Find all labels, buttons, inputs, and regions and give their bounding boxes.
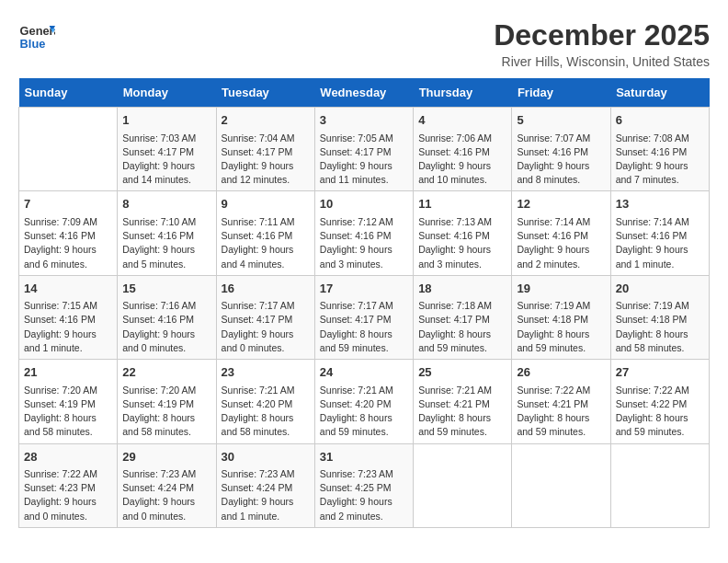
day-number: 19 bbox=[517, 280, 605, 298]
day-info: Sunrise: 7:20 AMSunset: 4:19 PMDaylight:… bbox=[122, 384, 210, 440]
day-number: 8 bbox=[122, 195, 210, 213]
day-number: 20 bbox=[616, 280, 704, 298]
day-number: 24 bbox=[320, 363, 408, 382]
day-info: Sunrise: 7:22 AMSunset: 4:23 PMDaylight:… bbox=[24, 467, 112, 523]
day-info: Sunrise: 7:21 AMSunset: 4:20 PMDaylight:… bbox=[320, 384, 408, 440]
day-info: Sunrise: 7:03 AMSunset: 4:17 PMDaylight:… bbox=[122, 132, 210, 188]
header-saturday: Saturday bbox=[610, 78, 709, 108]
day-number: 27 bbox=[616, 363, 704, 382]
day-info: Sunrise: 7:14 AMSunset: 4:16 PMDaylight:… bbox=[616, 215, 704, 271]
day-number: 16 bbox=[222, 280, 310, 298]
header-wednesday: Wednesday bbox=[314, 78, 413, 108]
day-info: Sunrise: 7:23 AMSunset: 4:25 PMDaylight:… bbox=[320, 467, 408, 523]
week-row-1: 1Sunrise: 7:03 AMSunset: 4:17 PMDaylight… bbox=[19, 108, 710, 191]
month-title: December 2025 bbox=[494, 18, 710, 52]
calendar-cell: 19Sunrise: 7:19 AMSunset: 4:18 PMDayligh… bbox=[512, 275, 610, 359]
logo: General Blue bbox=[18, 18, 59, 55]
calendar-cell: 6Sunrise: 7:08 AMSunset: 4:16 PMDaylight… bbox=[610, 108, 709, 191]
calendar-cell: 21Sunrise: 7:20 AMSunset: 4:19 PMDayligh… bbox=[19, 360, 118, 443]
day-info: Sunrise: 7:17 AMSunset: 4:17 PMDaylight:… bbox=[320, 299, 408, 355]
calendar-cell: 1Sunrise: 7:03 AMSunset: 4:17 PMDaylight… bbox=[118, 108, 216, 191]
day-info: Sunrise: 7:15 AMSunset: 4:16 PMDaylight:… bbox=[24, 299, 112, 355]
day-info: Sunrise: 7:17 AMSunset: 4:17 PMDaylight:… bbox=[222, 299, 310, 355]
day-info: Sunrise: 7:09 AMSunset: 4:16 PMDaylight:… bbox=[24, 215, 112, 271]
page-header: General Blue December 2025 River Hills, … bbox=[18, 18, 710, 69]
calendar-cell: 7Sunrise: 7:09 AMSunset: 4:16 PMDaylight… bbox=[19, 191, 118, 275]
header-tuesday: Tuesday bbox=[216, 78, 314, 108]
header-friday: Friday bbox=[512, 78, 610, 108]
day-info: Sunrise: 7:21 AMSunset: 4:21 PMDaylight:… bbox=[418, 384, 506, 440]
calendar-cell: 31Sunrise: 7:23 AMSunset: 4:25 PMDayligh… bbox=[314, 443, 413, 527]
day-info: Sunrise: 7:21 AMSunset: 4:20 PMDaylight:… bbox=[222, 384, 310, 440]
calendar-cell: 26Sunrise: 7:22 AMSunset: 4:21 PMDayligh… bbox=[512, 360, 610, 443]
day-number: 17 bbox=[320, 280, 408, 298]
day-info: Sunrise: 7:23 AMSunset: 4:24 PMDaylight:… bbox=[122, 467, 210, 523]
day-number: 30 bbox=[222, 448, 310, 466]
day-number: 4 bbox=[418, 111, 506, 130]
calendar-cell: 2Sunrise: 7:04 AMSunset: 4:17 PMDaylight… bbox=[216, 108, 314, 191]
day-info: Sunrise: 7:14 AMSunset: 4:16 PMDaylight:… bbox=[517, 215, 605, 271]
day-number: 10 bbox=[320, 195, 408, 213]
calendar-cell: 10Sunrise: 7:12 AMSunset: 4:16 PMDayligh… bbox=[314, 191, 413, 275]
day-number: 7 bbox=[24, 195, 112, 213]
week-row-4: 21Sunrise: 7:20 AMSunset: 4:19 PMDayligh… bbox=[19, 360, 710, 443]
day-number: 12 bbox=[517, 195, 605, 213]
calendar-table: SundayMondayTuesdayWednesdayThursdayFrid… bbox=[18, 78, 710, 528]
calendar-cell: 9Sunrise: 7:11 AMSunset: 4:16 PMDaylight… bbox=[216, 191, 314, 275]
calendar-cell: 8Sunrise: 7:10 AMSunset: 4:16 PMDaylight… bbox=[118, 191, 216, 275]
calendar-cell: 17Sunrise: 7:17 AMSunset: 4:17 PMDayligh… bbox=[314, 275, 413, 359]
calendar-cell: 16Sunrise: 7:17 AMSunset: 4:17 PMDayligh… bbox=[216, 275, 314, 359]
calendar-cell: 22Sunrise: 7:20 AMSunset: 4:19 PMDayligh… bbox=[118, 360, 216, 443]
week-row-5: 28Sunrise: 7:22 AMSunset: 4:23 PMDayligh… bbox=[19, 443, 710, 527]
day-number: 23 bbox=[222, 363, 310, 382]
day-number: 26 bbox=[517, 363, 605, 382]
day-number: 18 bbox=[418, 280, 506, 298]
day-info: Sunrise: 7:06 AMSunset: 4:16 PMDaylight:… bbox=[418, 132, 506, 188]
day-number: 14 bbox=[24, 280, 112, 298]
day-number: 21 bbox=[24, 363, 112, 382]
day-number: 13 bbox=[616, 195, 704, 213]
calendar-cell: 27Sunrise: 7:22 AMSunset: 4:22 PMDayligh… bbox=[610, 360, 709, 443]
day-info: Sunrise: 7:05 AMSunset: 4:17 PMDaylight:… bbox=[320, 132, 408, 188]
calendar-cell: 4Sunrise: 7:06 AMSunset: 4:16 PMDaylight… bbox=[414, 108, 512, 191]
calendar-cell: 25Sunrise: 7:21 AMSunset: 4:21 PMDayligh… bbox=[414, 360, 512, 443]
title-section: December 2025 River Hills, Wisconsin, Un… bbox=[494, 18, 710, 69]
day-number: 31 bbox=[320, 448, 408, 466]
day-info: Sunrise: 7:11 AMSunset: 4:16 PMDaylight:… bbox=[222, 215, 310, 271]
day-number: 2 bbox=[222, 111, 310, 130]
day-info: Sunrise: 7:22 AMSunset: 4:21 PMDaylight:… bbox=[517, 384, 605, 440]
header-thursday: Thursday bbox=[414, 78, 512, 108]
svg-text:Blue: Blue bbox=[20, 37, 46, 51]
calendar-cell bbox=[414, 443, 512, 527]
day-info: Sunrise: 7:04 AMSunset: 4:17 PMDaylight:… bbox=[222, 132, 310, 188]
calendar-header-row: SundayMondayTuesdayWednesdayThursdayFrid… bbox=[19, 78, 710, 108]
calendar-cell bbox=[19, 108, 118, 191]
header-sunday: Sunday bbox=[19, 78, 118, 108]
calendar-cell: 5Sunrise: 7:07 AMSunset: 4:16 PMDaylight… bbox=[512, 108, 610, 191]
day-number: 29 bbox=[122, 448, 210, 466]
day-info: Sunrise: 7:22 AMSunset: 4:22 PMDaylight:… bbox=[616, 384, 704, 440]
calendar-cell: 20Sunrise: 7:19 AMSunset: 4:18 PMDayligh… bbox=[610, 275, 709, 359]
calendar-cell: 24Sunrise: 7:21 AMSunset: 4:20 PMDayligh… bbox=[314, 360, 413, 443]
calendar-cell: 29Sunrise: 7:23 AMSunset: 4:24 PMDayligh… bbox=[118, 443, 216, 527]
svg-text:General: General bbox=[20, 24, 55, 38]
day-number: 5 bbox=[517, 111, 605, 130]
day-info: Sunrise: 7:10 AMSunset: 4:16 PMDaylight:… bbox=[122, 215, 210, 271]
day-number: 22 bbox=[122, 363, 210, 382]
day-number: 15 bbox=[122, 280, 210, 298]
day-info: Sunrise: 7:07 AMSunset: 4:16 PMDaylight:… bbox=[517, 132, 605, 188]
day-info: Sunrise: 7:16 AMSunset: 4:16 PMDaylight:… bbox=[122, 299, 210, 355]
calendar-cell: 13Sunrise: 7:14 AMSunset: 4:16 PMDayligh… bbox=[610, 191, 709, 275]
day-number: 1 bbox=[122, 111, 210, 130]
day-info: Sunrise: 7:19 AMSunset: 4:18 PMDaylight:… bbox=[616, 299, 704, 355]
day-number: 28 bbox=[24, 448, 112, 466]
day-number: 3 bbox=[320, 111, 408, 130]
calendar-cell: 23Sunrise: 7:21 AMSunset: 4:20 PMDayligh… bbox=[216, 360, 314, 443]
day-info: Sunrise: 7:12 AMSunset: 4:16 PMDaylight:… bbox=[320, 215, 408, 271]
day-number: 25 bbox=[418, 363, 506, 382]
calendar-cell: 12Sunrise: 7:14 AMSunset: 4:16 PMDayligh… bbox=[512, 191, 610, 275]
calendar-cell: 3Sunrise: 7:05 AMSunset: 4:17 PMDaylight… bbox=[314, 108, 413, 191]
calendar-cell: 14Sunrise: 7:15 AMSunset: 4:16 PMDayligh… bbox=[19, 275, 118, 359]
calendar-cell: 28Sunrise: 7:22 AMSunset: 4:23 PMDayligh… bbox=[19, 443, 118, 527]
day-info: Sunrise: 7:18 AMSunset: 4:17 PMDaylight:… bbox=[418, 299, 506, 355]
